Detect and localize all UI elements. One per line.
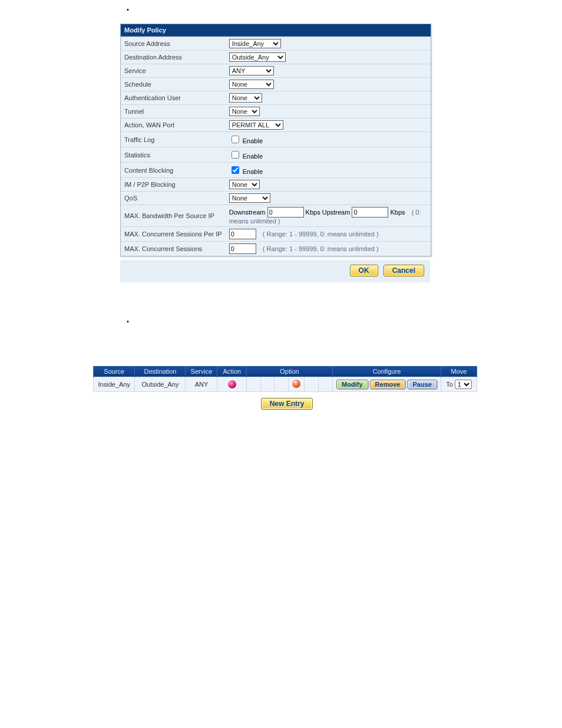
- label-traffic: Traffic Log: [121, 132, 226, 147]
- cancel-button[interactable]: Cancel: [384, 265, 424, 276]
- range-hint: ( Range: 1 - 99999, 0: means unlimited ): [263, 245, 379, 252]
- traffic-checkbox[interactable]: [232, 136, 239, 143]
- option-slot: [319, 377, 333, 392]
- remove-button[interactable]: Remove: [370, 380, 406, 389]
- table-row: Inside_Any Outside_Any ANY Modify Remove…: [94, 377, 477, 392]
- label-auth: Authentication User: [121, 91, 226, 105]
- button-row: OK Cancel: [120, 260, 430, 282]
- label-maxcspi: MAX. Concurrent Sessions Per IP: [121, 227, 226, 242]
- option-slot: [260, 377, 275, 392]
- th-option: Option: [246, 366, 332, 377]
- cell-dest: Outside_Any: [135, 377, 186, 392]
- th-service: Service: [186, 366, 217, 377]
- label-imp2p: IM / P2P Blocking: [121, 178, 226, 192]
- range-hint: ( Range: 1 - 99999, 0: means unlimited ): [263, 230, 379, 238]
- panel-title: Modify Policy: [121, 24, 431, 37]
- service-select[interactable]: ANY: [229, 66, 274, 75]
- stats-checkbox[interactable]: [232, 151, 239, 159]
- th-dest: Destination: [135, 366, 186, 377]
- cell-configure: Modify Remove Pause: [332, 377, 441, 392]
- upstream-input[interactable]: [352, 207, 388, 218]
- label-stats: Statistics: [121, 147, 226, 163]
- label-action: Action, WAN Port: [121, 118, 226, 132]
- permit-icon: [228, 380, 236, 388]
- action-select[interactable]: PERMIT ALL: [229, 120, 283, 130]
- label-tunnel: Tunnel: [121, 105, 226, 118]
- th-action: Action: [217, 366, 246, 377]
- label-service: Service: [121, 64, 226, 78]
- pause-button[interactable]: Pause: [407, 380, 437, 389]
- bullet: •: [127, 6, 562, 13]
- option-slot: [289, 377, 305, 392]
- content-blocking-icon: [292, 380, 300, 388]
- cell-move: To 1: [441, 377, 477, 392]
- modify-policy-panel: Modify Policy Source Address Inside_Any …: [120, 24, 431, 256]
- new-entry-row: New Entry: [93, 392, 477, 416]
- content-checkbox[interactable]: [232, 166, 239, 174]
- option-slot: [305, 377, 319, 392]
- modify-button[interactable]: Modify: [336, 380, 368, 389]
- dest-select[interactable]: Outside_Any: [229, 52, 286, 62]
- auth-select[interactable]: None: [229, 93, 262, 103]
- enable-label: Enable: [243, 153, 263, 160]
- label-qos: QoS: [121, 192, 226, 205]
- label-content: Content Blocking: [121, 163, 226, 178]
- enable-label: Enable: [243, 168, 263, 175]
- imp2p-select[interactable]: None: [229, 180, 260, 189]
- source-select[interactable]: Inside_Any: [229, 39, 281, 48]
- label-schedule: Schedule: [121, 78, 226, 91]
- new-entry-button[interactable]: New Entry: [261, 398, 313, 410]
- label-source: Source Address: [121, 37, 226, 51]
- label-maxcs: MAX. Concurrent Sessions: [121, 242, 226, 256]
- ok-button[interactable]: OK: [350, 265, 378, 276]
- move-label: To: [446, 381, 453, 388]
- th-source: Source: [94, 366, 135, 377]
- upstream-label: Kbps Upstream: [306, 209, 351, 216]
- label-maxbw: MAX. Bandwidth Per Source IP: [121, 205, 226, 227]
- th-move: Move: [441, 366, 477, 377]
- cs-input[interactable]: [229, 243, 256, 254]
- bullet: •: [127, 318, 562, 325]
- downstream-label: Downstream: [229, 209, 266, 216]
- label-dest: Destination Address: [121, 51, 226, 64]
- th-configure: Configure: [332, 366, 441, 377]
- cell-action: [217, 377, 246, 392]
- tunnel-select[interactable]: None: [229, 107, 260, 116]
- cell-service: ANY: [186, 377, 217, 392]
- option-slot: [275, 377, 289, 392]
- downstream-input[interactable]: [267, 207, 304, 218]
- schedule-select[interactable]: None: [229, 80, 274, 89]
- policy-list: Source Destination Service Action Option…: [93, 366, 477, 392]
- option-slot: [246, 377, 260, 392]
- cell-source: Inside_Any: [94, 377, 135, 392]
- kbps-label: Kbps: [391, 209, 405, 216]
- cspi-input[interactable]: [229, 229, 256, 239]
- move-select[interactable]: 1: [455, 380, 472, 389]
- qos-select[interactable]: None: [229, 193, 270, 203]
- enable-label: Enable: [243, 137, 263, 144]
